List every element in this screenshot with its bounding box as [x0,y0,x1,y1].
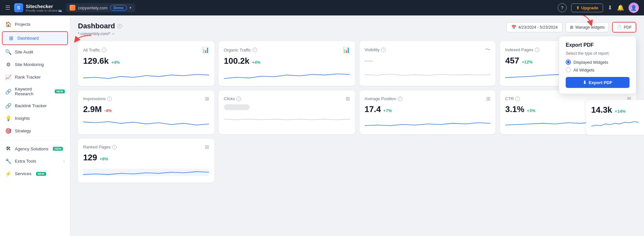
organic-traffic-info-icon[interactable]: i [253,48,257,52]
all-traffic-change: +4% [111,60,120,65]
main-content: Dashboard i *.copywritely.com/* ↗ 📅 4/23… [70,15,644,236]
average-position-change: +7% [383,108,392,113]
sidebar-item-services[interactable]: ⚡ Services NEW [0,167,70,180]
bell-icon[interactable]: 🔔 [617,4,624,11]
sidebar-item-rank-tracker[interactable]: 📈 Rank Tracker [0,71,70,83]
sidebar-item-extra-tools[interactable]: 🔧 Extra Tools › [0,155,70,167]
dashboard-icon: ⊞ [8,35,14,41]
brand-subtitle: Proudly made in Ukraine 🇺🇦 [26,9,62,12]
all-traffic-title-text: All Traffic [83,48,100,52]
average-position-info-icon[interactable]: i [398,97,402,101]
sidebar-item-strategy[interactable]: 🎯 Strategy [0,125,70,137]
site-selector[interactable]: copywritely.com Demo ▾ [66,3,135,12]
agency-solutions-icon: 🛠 [5,146,12,152]
sidebar-label-strategy: Strategy [15,128,31,133]
radio-displayed-widgets[interactable]: Displayed Widgets [566,60,630,65]
radio-all-widgets[interactable]: All Widgets [566,67,630,72]
services-icon: ⚡ [5,171,12,177]
sidebar-item-backlink-tracker[interactable]: 🔗 Backlink Tracker [0,99,70,112]
visibility-title-text: Visibility [365,47,380,52]
radio-displayed-label: Displayed Widgets [573,60,608,65]
widget-title-organic-traffic: Organic Traffic i [224,48,257,52]
pdf-button[interactable]: 📄 PDF [612,22,636,33]
sidebar-label-projects: Projects [15,22,31,27]
ctr-info-icon[interactable]: i [515,97,520,101]
sidebar-item-projects[interactable]: 🏠 Projects [0,18,70,31]
widget-title-ranked-pages: Ranked Pages i [83,145,117,149]
impressions-info-icon[interactable]: i [107,97,112,101]
indexed-pages-info-icon[interactable]: i [535,48,539,52]
average-position-settings-icon[interactable]: ⊞ [486,96,490,102]
ranked-pages-value: 129 [83,153,97,163]
widget-impressions: Impressions i ⊞ 2.9M -4% [78,90,214,134]
sidebar-item-insights[interactable]: 💡 Insights [0,112,70,125]
export-pdf-button[interactable]: ⬇ Export PDF [566,77,630,88]
download-icon[interactable]: ⬇ [608,4,612,11]
title-info-icon[interactable]: i [118,24,122,28]
upgrade-button[interactable]: ⬆ Upgrade [571,4,603,12]
widget-title-average-position: Average Position i [365,96,402,101]
widget-title-indexed-pages: Indexed Pages i [505,47,539,52]
ranked-pages-info-icon[interactable]: i [112,145,117,149]
pdf-label: PDF [624,25,632,30]
radio-all-circle [566,67,571,72]
sidebar-label-keyword-research: Keyword Research [15,87,50,96]
widget-title-ctr: CTR i [505,96,520,101]
all-traffic-info-icon[interactable]: i [102,48,106,52]
sidebar-item-site-monitoring[interactable]: ⚙ Site Monitoring [0,58,70,71]
export-pdf-panel: Export PDF Select the type of report: Di… [559,36,636,94]
organic-traffic-change: +4% [252,60,260,65]
site-monitoring-icon: ⚙ [5,61,12,68]
impressions-settings-icon[interactable]: ⊞ [205,96,209,102]
visibility-value: — [365,56,373,66]
clicks-info-icon[interactable]: i [236,97,241,101]
keyword-research-icon: 🔗 [5,89,12,95]
widget-title-clicks: Clicks i [224,96,241,101]
radio-displayed-circle [566,60,571,65]
site-audit-icon: 🔍 [5,49,12,55]
widgets-icon: ⊞ [570,25,573,30]
ranked-pages-settings-icon[interactable]: ⊞ [205,144,209,150]
sidebar-item-keyword-research[interactable]: 🔗 Keyword Research NEW [0,83,70,99]
date-range-button[interactable]: 📅 4/23/2024 - 5/23/2024 [506,22,562,32]
widget-organic-traffic: Organic Traffic i 📊 100.2k +4% [219,41,355,86]
extra-widget-change: +14% [615,109,626,114]
upgrade-label: Upgrade [581,5,598,10]
home-icon: 🏠 [5,21,12,27]
indexed-pages-change: +12% [522,60,533,64]
sidebar-label-extra-tools: Extra Tools [15,159,36,164]
page-title-text: Dashboard [78,22,115,30]
clicks-title-text: Clicks [224,96,235,101]
widget-visibility: Visibility i 〜 — [360,41,496,86]
page-title-area: Dashboard i *.copywritely.com/* ↗ [78,22,122,36]
brand-icon: S [14,3,23,12]
manage-widgets-button[interactable]: ⊞ Manage widgets [566,22,609,32]
widget-title-visibility: Visibility i [365,47,386,52]
sidebar-item-dashboard[interactable]: ⊞ Dashboard [2,31,68,45]
organic-traffic-title-text: Organic Traffic [224,48,251,52]
export-pdf-button-label: Export PDF [589,80,612,85]
dropdown-arrow-icon: ▾ [130,5,131,10]
sidebar-item-site-audit[interactable]: 🔍 Site Audit [0,46,70,58]
agency-solutions-new-badge: NEW [53,147,63,151]
extra-widget-sparkline [591,118,639,130]
widget-extra-partial: 14.3k +14% [586,100,644,135]
user-avatar[interactable]: 👤 [629,3,639,13]
insights-icon: 💡 [5,115,12,121]
sidebar-label-insights: Insights [15,116,30,121]
indexed-pages-title-text: Indexed Pages [505,47,533,52]
extra-tools-icon: 🔧 [5,158,12,164]
ranked-pages-change: +8% [100,156,108,161]
widget-title-impressions: Impressions i [83,96,112,101]
widget-ranked-pages: Ranked Pages i ⊞ 129 +8% [78,139,214,183]
widget-title-all-traffic: All Traffic i [83,48,106,52]
ctr-value: 3.1% [505,104,524,114]
sidebar: 🏠 Projects ⊞ Dashboard 🔍 Site Audit ⚙ Si… [0,15,70,236]
page-title: Dashboard i [78,22,122,30]
rank-tracker-icon: 📈 [5,74,12,80]
menu-icon[interactable]: ☰ [5,4,10,11]
visibility-info-icon[interactable]: i [381,48,386,52]
clicks-settings-icon[interactable]: ⊞ [346,96,350,102]
sidebar-item-agency-solutions[interactable]: 🛠 Agency Solutions NEW [0,143,70,155]
help-icon[interactable]: ? [558,3,567,12]
